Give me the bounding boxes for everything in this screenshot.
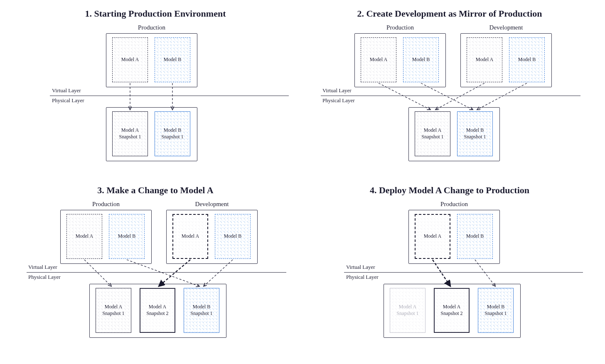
layer-label-virtual: Virtual Layer	[322, 87, 352, 94]
model-a-snapshot-1-inactive: Model ASnapshot 1	[390, 288, 425, 333]
panel-4-title: 4. Deploy Model A Change to Production	[311, 185, 588, 196]
layer-label-virtual: Virtual Layer	[346, 264, 375, 271]
model-b-snapshot-1: Model BSnapshot 1	[478, 288, 514, 333]
layer-label-physical: Physical Layer	[28, 274, 61, 280]
panel-3-title: 3. Make a Change to Model A	[17, 185, 294, 196]
model-a-snapshot-1: Model ASnapshot 1	[415, 111, 450, 156]
layer-label-virtual: Virtual Layer	[28, 264, 57, 271]
prod-model-a-changed: Model A	[415, 214, 450, 259]
model-b-snapshot-1: Model BSnapshot 1	[184, 288, 219, 333]
env-label-development: Development	[195, 201, 229, 208]
prod-model-a: Model A	[361, 37, 396, 82]
layer-divider	[344, 272, 583, 273]
layer-label-virtual: Virtual Layer	[52, 87, 81, 94]
panel-4: 4. Deploy Model A Change to Production P…	[311, 185, 588, 349]
layer-divider	[321, 96, 580, 96]
env-label-production: Production	[386, 24, 414, 31]
prod-model-b: Model B	[109, 214, 145, 259]
model-a-snapshot-2: Model ASnapshot 2	[140, 288, 175, 333]
panel-1-title: 1. Starting Production Environment	[17, 8, 294, 19]
env-label-development: Development	[489, 24, 523, 31]
prod-model-b: Model B	[403, 37, 439, 82]
model-b-virtual: Model B	[155, 37, 190, 82]
panel-3: 3. Make a Change to Model A Production M…	[17, 185, 294, 349]
layer-label-physical: Physical Layer	[322, 97, 355, 104]
model-a-snapshot-2: Model ASnapshot 2	[434, 288, 470, 333]
model-a-snapshot-1: Model ASnapshot 1	[112, 111, 148, 156]
dev-model-a: Model A	[467, 37, 502, 82]
model-a-virtual: Model A	[112, 37, 148, 82]
model-a-snapshot-1: Model ASnapshot 1	[96, 288, 131, 333]
env-label-production: Production	[138, 24, 165, 31]
dev-model-a-changed: Model A	[172, 214, 208, 259]
panel-1: 1. Starting Production Environment Produ…	[17, 8, 294, 172]
panel-2: 2. Create Development as Mirror of Produ…	[311, 8, 588, 172]
env-label-production: Production	[440, 201, 468, 208]
model-b-snapshot-1: Model BSnapshot 1	[457, 111, 493, 156]
panel-2-title: 2. Create Development as Mirror of Produ…	[311, 8, 588, 19]
model-b-snapshot-1: Model BSnapshot 1	[155, 111, 190, 156]
layer-divider	[27, 272, 286, 273]
prod-model-b: Model B	[457, 214, 493, 259]
dev-model-b: Model B	[215, 214, 251, 259]
dev-model-b: Model B	[509, 37, 545, 82]
env-label-production: Production	[92, 201, 120, 208]
layer-label-physical: Physical Layer	[52, 97, 84, 104]
layer-divider	[50, 96, 289, 96]
prod-model-a: Model A	[66, 214, 102, 259]
layer-label-physical: Physical Layer	[346, 274, 379, 280]
